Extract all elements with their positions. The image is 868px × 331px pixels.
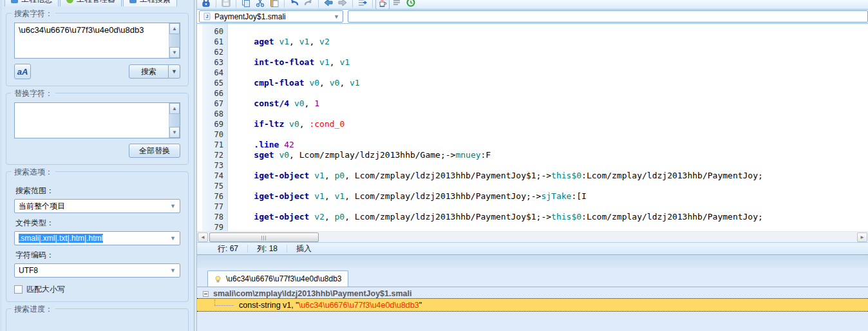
scroll-up-icon[interactable] xyxy=(169,23,180,34)
code-line[interactable]: 67 const/4 v0, 1 xyxy=(197,99,868,109)
replace-input[interactable] xyxy=(14,102,180,138)
search-input-value: \u6c34\u6676\u77f3\u4e0d\u8db3 xyxy=(15,23,169,58)
code-line[interactable]: 77 xyxy=(197,202,868,212)
line-number: 73 xyxy=(202,160,228,171)
code-text xyxy=(228,26,234,37)
replace-string-group-title: 替换字符： xyxy=(12,88,55,99)
save-icon[interactable] xyxy=(219,0,233,10)
code-line[interactable]: 79 xyxy=(197,222,868,231)
search-progress-group-title: 搜索进度： xyxy=(12,304,55,315)
undo-icon[interactable] xyxy=(287,0,301,10)
code-line[interactable]: 75 xyxy=(197,181,868,191)
search-input-scrollbar[interactable] xyxy=(169,23,180,58)
code-line[interactable]: 71 .line 42 xyxy=(197,140,868,150)
font-button[interactable]: aA xyxy=(14,64,31,79)
replace-all-button[interactable]: 全部替换 xyxy=(129,144,180,158)
search-scope-select[interactable]: 当前整个项目 xyxy=(14,199,180,213)
scroll-down-icon[interactable] xyxy=(169,47,180,58)
method-list-combo[interactable] xyxy=(348,10,868,23)
copy-icon[interactable] xyxy=(239,0,253,10)
file-type-select[interactable]: .smali|.xml|.txt|.htm|.html xyxy=(14,231,180,245)
scroll-down-icon[interactable] xyxy=(169,127,180,138)
match-prefix: const-string v1, " xyxy=(239,301,299,310)
scroll-up-icon[interactable] xyxy=(169,103,180,114)
forward-icon[interactable] xyxy=(335,0,350,10)
java-icon[interactable] xyxy=(375,0,390,10)
search-results-tab[interactable]: \u6c34\u6676\u77f3\u4e0d\u8db3 xyxy=(207,270,348,287)
tab-label: 工程管理器 xyxy=(77,0,115,5)
line-number: 72 xyxy=(202,150,228,160)
status-column: 列: 18 xyxy=(248,243,287,254)
collapse-icon[interactable] xyxy=(203,291,209,297)
code-line[interactable]: 62 xyxy=(197,47,868,57)
open-file-combo[interactable]: J PaymentJoy$1.smali xyxy=(199,10,343,23)
code-text: sget v0, Lcom/zmplay/ldzj2013hhb/Game;->… xyxy=(228,150,491,160)
line-number: 71 xyxy=(202,140,228,150)
code-line[interactable]: 65 cmpl-float v0, v0, v1 xyxy=(197,78,868,88)
code-editor[interactable]: 6061 aget v1, v1, v26263 int-to-float v1… xyxy=(197,24,868,231)
chevron-down-icon xyxy=(334,14,339,20)
code-line[interactable]: 66 xyxy=(197,88,868,99)
align-icon[interactable] xyxy=(390,0,404,10)
redo-icon[interactable] xyxy=(301,0,316,10)
code-line[interactable]: 78 iget-object v2, p0, Lcom/zmplay/ldzj2… xyxy=(197,212,868,222)
history-icon[interactable] xyxy=(404,0,418,10)
code-line[interactable]: 76 iget-object v1, v1, Lcom/zmplay/ldzj2… xyxy=(197,191,868,202)
code-line[interactable]: 72 sget v0, Lcom/zmplay/ldzj2013hhb/Game… xyxy=(197,150,868,160)
code-text: iget-object v2, p0, Lcom/zmplay/ldzj2013… xyxy=(228,212,763,222)
scroll-left-icon[interactable] xyxy=(198,232,208,242)
code-line[interactable]: 69 if-ltz v0, :cond_0 xyxy=(197,119,868,129)
code-line[interactable]: 63 int-to-float v1, v1 xyxy=(197,57,868,68)
code-text xyxy=(228,68,234,78)
result-match-row[interactable]: const-string v1, "\u6c34\u6676\u77f3\u4e… xyxy=(197,298,868,312)
replace-input-scrollbar[interactable] xyxy=(169,103,180,138)
tree-connector xyxy=(214,299,234,306)
search-progress-group: 搜索进度： xyxy=(6,308,189,331)
scrollbar-track[interactable] xyxy=(169,114,180,127)
search-input[interactable]: \u6c34\u6676\u77f3\u4e0d\u8db3 xyxy=(14,23,180,59)
horizontal-scrollbar[interactable] xyxy=(197,231,868,242)
paste-icon[interactable] xyxy=(267,0,281,10)
line-number: 79 xyxy=(202,222,228,231)
scrollbar-thumb[interactable] xyxy=(209,232,319,242)
tab-project-search[interactable]: 工程搜索 xyxy=(123,0,177,6)
code-text xyxy=(228,222,234,231)
code-line[interactable]: 73 xyxy=(197,160,868,171)
line-number: 77 xyxy=(202,202,228,212)
code-line[interactable]: 70 xyxy=(197,129,868,140)
code-line[interactable]: 60 xyxy=(197,26,868,37)
lock-icon[interactable] xyxy=(199,0,213,10)
match-case-checkbox[interactable] xyxy=(14,285,23,294)
results-splitter[interactable] xyxy=(197,254,868,268)
search-dropdown-button[interactable] xyxy=(169,64,180,79)
replace-string-group: 替换字符： 全部替换 xyxy=(6,93,189,165)
cut-icon[interactable] xyxy=(253,0,267,10)
search-button[interactable]: 搜索 xyxy=(129,64,169,79)
encoding-value: UTF8 xyxy=(19,266,38,275)
scrollbar-track[interactable] xyxy=(169,34,180,47)
code-line[interactable]: 74 iget-object v1, p0, Lcom/zmplay/ldzj2… xyxy=(197,171,868,181)
encoding-select[interactable]: UTF8 xyxy=(14,263,180,278)
svg-text:J: J xyxy=(206,14,209,19)
goto-line-icon[interactable] xyxy=(355,0,370,10)
sidebar-tab-strip: 工程信息 工程管理器 工程搜索 xyxy=(2,0,194,6)
toolbar-separator xyxy=(352,0,353,8)
tab-project-info[interactable]: 工程信息 xyxy=(5,0,59,6)
smali-file-icon: J xyxy=(203,12,211,21)
tab-project-manager[interactable]: 工程管理器 xyxy=(60,0,122,6)
scroll-right-icon[interactable] xyxy=(857,232,867,242)
replace-input-value xyxy=(15,103,169,138)
code-line[interactable]: 61 aget v1, v1, v2 xyxy=(197,37,868,47)
back-icon[interactable] xyxy=(321,0,335,10)
code-line[interactable]: 64 xyxy=(197,68,868,78)
code-line[interactable]: 68 xyxy=(197,109,868,119)
code-text xyxy=(228,181,234,191)
status-line: 行: 67 xyxy=(209,243,247,254)
search-scope-label: 搜索范围： xyxy=(15,185,179,196)
main-toolbar xyxy=(197,0,868,10)
code-text xyxy=(228,202,234,212)
line-number: 62 xyxy=(202,47,228,57)
chevron-down-icon xyxy=(170,235,176,241)
line-number: 67 xyxy=(202,99,228,109)
result-file-node[interactable]: smali\com\zmplay\ldzj2013hhb\PaymentJoy$… xyxy=(203,289,411,298)
